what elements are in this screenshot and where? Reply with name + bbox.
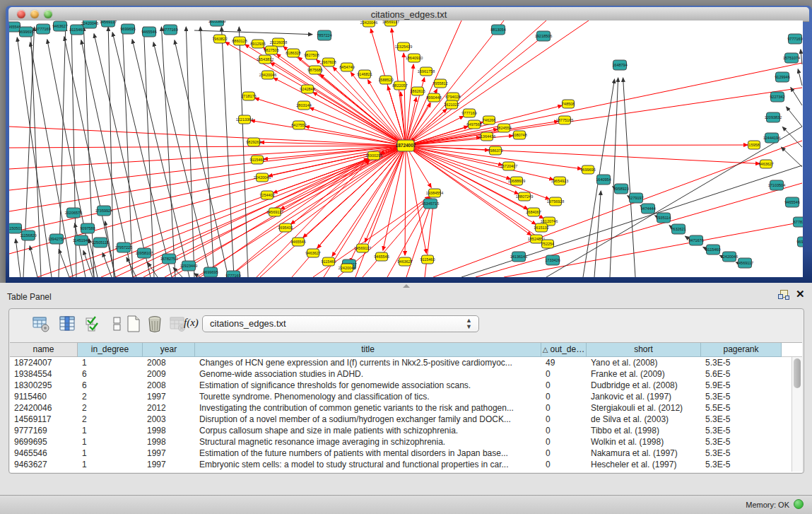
show-columns-icon[interactable]: [58, 315, 76, 333]
graph-node[interactable]: 12093832: [765, 112, 782, 122]
graph-node[interactable]: 22420046: [339, 264, 355, 272]
graph-node[interactable]: 18300295: [365, 151, 382, 160]
cell-title[interactable]: Structural magnetic resonance image aver…: [195, 436, 541, 448]
cell-pagerank[interactable]: 5.3E-5: [701, 357, 782, 368]
graph-node[interactable]: 9699695: [796, 237, 803, 247]
cell-title[interactable]: Corpus callosum shape and size in male p…: [195, 425, 541, 436]
graph-node[interactable]: 15958: [748, 141, 760, 149]
graph-node[interactable]: 1733426: [545, 255, 560, 265]
cell-name[interactable]: 19384554: [10, 368, 78, 380]
cell-year[interactable]: 1998: [143, 425, 195, 436]
graph-node[interactable]: 9777169: [225, 271, 240, 277]
cell-year[interactable]: 1997: [143, 459, 195, 470]
graph-node[interactable]: 14136141: [510, 252, 527, 262]
cell-short[interactable]: Yano et al. (2008): [587, 357, 701, 368]
graph-node[interactable]: 8822057: [392, 81, 407, 90]
cell-name[interactable]: 9465546: [10, 448, 78, 459]
cell-outde[interactable]: 0: [541, 368, 587, 380]
citation-network-graph[interactable]: 9465546969969597771699463627911546022420…: [9, 21, 803, 277]
cell-outde[interactable]: 49: [541, 357, 587, 368]
graph-node[interactable]: 1588520: [378, 76, 393, 84]
graph-node[interactable]: 9115460: [420, 255, 435, 264]
graph-node[interactable]: 15751074: [783, 53, 800, 63]
column-header-name[interactable]: name: [10, 343, 78, 357]
graph-node[interactable]: 746266: [483, 116, 495, 124]
cell-indegree[interactable]: 6: [78, 380, 143, 391]
delete-rows-trash-icon[interactable]: [146, 315, 164, 333]
graph-node[interactable]: 17103504: [768, 180, 785, 190]
cell-indegree[interactable]: 2: [78, 402, 143, 414]
graph-node[interactable]: 19218506: [535, 31, 552, 41]
cell-indegree[interactable]: 2: [78, 414, 143, 425]
row-options-icon[interactable]: [108, 315, 118, 333]
cell-pagerank[interactable]: 5.3E-5: [701, 448, 782, 459]
graph-node[interactable]: 17359924: [95, 206, 112, 216]
graph-node[interactable]: 16543812: [257, 55, 273, 64]
column-header-indegree[interactable]: in_degree: [78, 343, 143, 357]
cell-year[interactable]: 1998: [143, 436, 195, 448]
cell-name[interactable]: 9777169: [10, 425, 78, 436]
close-panel-icon[interactable]: ✕: [796, 288, 805, 300]
graph-node[interactable]: 21364436: [478, 132, 495, 141]
cell-outde[interactable]: 0: [541, 391, 587, 402]
graph-node[interactable]: 2718176: [241, 92, 256, 100]
column-header-title[interactable]: title: [195, 343, 541, 357]
graph-node[interactable]: 9827508: [304, 51, 319, 59]
cell-short[interactable]: Stergiakouli et al. (2012): [587, 402, 701, 414]
cell-name[interactable]: 9463627: [10, 459, 78, 470]
graph-node[interactable]: 12213364: [236, 115, 253, 124]
graph-node[interactable]: 1080748: [512, 131, 526, 139]
cell-name[interactable]: 14569117: [10, 414, 78, 425]
table-row[interactable]: 2242004622012Investigating the contribut…: [10, 402, 802, 414]
graph-node[interactable]: 6497568: [466, 120, 481, 129]
graph-node[interactable]: 9777169: [787, 34, 802, 44]
graph-node[interactable]: 9463627: [305, 249, 320, 257]
cell-short[interactable]: Wolkin et al. (1998): [587, 436, 701, 448]
graph-node[interactable]: 19654923: [551, 177, 568, 185]
cell-short[interactable]: Hescheler et al. (1997): [587, 459, 701, 470]
cell-title[interactable]: Investigating the contribution of common…: [195, 402, 541, 414]
graph-node[interactable]: 8958923: [613, 184, 628, 194]
cell-year[interactable]: 2012: [143, 402, 195, 414]
graph-node[interactable]: 9463627: [52, 21, 67, 31]
cell-year[interactable]: 2009: [143, 368, 195, 380]
cell-pagerank[interactable]: 5.3E-5: [701, 459, 782, 470]
memory-status-indicator-icon[interactable]: [794, 499, 804, 509]
cell-indegree[interactable]: 1: [78, 357, 143, 368]
graph-node[interactable]: 752254: [541, 240, 554, 248]
cell-indegree[interactable]: 2: [78, 391, 143, 402]
graph-node[interactable]: 14569117: [100, 21, 117, 27]
cell-short[interactable]: Jankovic et al. (1997): [587, 391, 701, 402]
window-title-bar[interactable]: citations_edges.txt: [8, 7, 809, 22]
cell-indegree[interactable]: 1: [78, 459, 143, 470]
graph-node[interactable]: 9463627: [397, 257, 412, 266]
cell-name[interactable]: 22420046: [10, 402, 78, 414]
graph-node[interactable]: 3824554: [496, 124, 511, 132]
graph-node[interactable]: 9129946: [775, 72, 789, 82]
graph-node[interactable]: 1150501: [9, 223, 23, 233]
graph-node[interactable]: 12325419: [395, 42, 412, 51]
graph-node[interactable]: 7857224: [317, 30, 331, 40]
cell-year[interactable]: 2003: [143, 414, 195, 425]
cell-title[interactable]: Embryonic stem cells: a model to study s…: [195, 459, 541, 470]
graph-node[interactable]: 6279197: [628, 193, 643, 203]
graph-node[interactable]: 12444194: [763, 133, 780, 143]
graph-node[interactable]: 8912935: [250, 40, 265, 48]
cell-title[interactable]: Changes of HCN gene expression and I(f) …: [195, 357, 541, 368]
graph-node[interactable]: 20206576: [65, 208, 82, 218]
graph-node[interactable]: 9699695: [580, 165, 595, 174]
graph-node[interactable]: 677830: [794, 217, 804, 227]
graph-node[interactable]: 16961758: [418, 67, 435, 76]
graph-node[interactable]: 9777169: [461, 109, 476, 117]
cell-indegree[interactable]: 1: [78, 425, 143, 436]
column-header-short[interactable]: short: [587, 343, 701, 357]
graph-node[interactable]: 9242848: [300, 85, 314, 93]
graph-node[interactable]: 9227342: [770, 92, 784, 102]
graph-node[interactable]: 9474444: [640, 204, 655, 214]
cell-pagerank[interactable]: 5.5E-5: [701, 402, 782, 414]
graph-node[interactable]: 16782753: [160, 254, 177, 264]
function-builder-icon[interactable]: f(x): [184, 317, 202, 335]
graph-node[interactable]: 23226058: [270, 38, 287, 47]
graph-node[interactable]: 14569117: [266, 208, 283, 216]
graph-node[interactable]: 9465546: [290, 238, 305, 246]
